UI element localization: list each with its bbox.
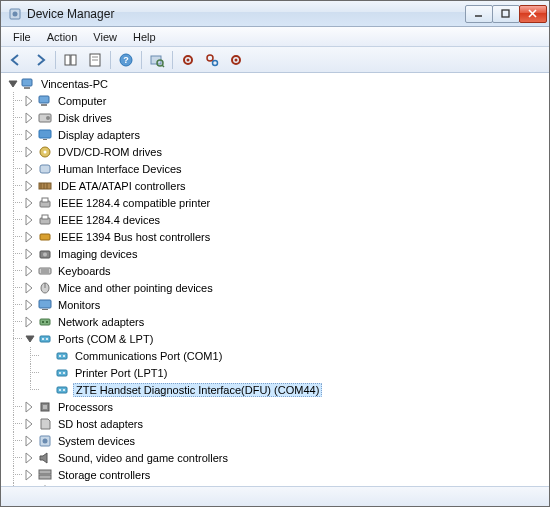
disable-button[interactable]	[225, 49, 247, 71]
menu-help[interactable]: Help	[125, 29, 164, 45]
tree-item-label: System devices	[56, 435, 137, 447]
tree-item[interactable]: IDE ATA/ATAPI controllers	[24, 177, 549, 194]
tree-item[interactable]: ZTE Handset Diagnostic Interface(DFU) (C…	[41, 381, 549, 398]
menu-action[interactable]: Action	[39, 29, 86, 45]
tree-item[interactable]: Universal Serial Bus controllers	[24, 483, 549, 486]
tree-item[interactable]: Communications Port (COM1)	[41, 347, 549, 364]
tree-item[interactable]: Mice and other pointing devices	[24, 279, 549, 296]
tree-item-label: ZTE Handset Diagnostic Interface(DFU) (C…	[73, 383, 322, 397]
toolbar-separator	[141, 51, 142, 69]
maximize-button[interactable]	[492, 5, 520, 23]
forward-button[interactable]	[29, 49, 51, 71]
scan-hardware-button[interactable]	[146, 49, 168, 71]
tree-item[interactable]: Computer	[24, 92, 549, 109]
tree-item[interactable]: IEEE 1284.4 devices	[24, 211, 549, 228]
tree-item[interactable]: Keyboards	[24, 262, 549, 279]
tree-item-label: Monitors	[56, 299, 102, 311]
tree-item-label: Sound, video and game controllers	[56, 452, 230, 464]
computer-icon	[20, 76, 36, 92]
expand-icon[interactable]	[24, 418, 36, 430]
tree-item[interactable]: SD host adapters	[24, 415, 549, 432]
monitor-icon	[37, 297, 53, 313]
expand-icon[interactable]	[24, 299, 36, 311]
expand-icon[interactable]	[24, 401, 36, 413]
expand-icon[interactable]	[24, 180, 36, 192]
tree-item[interactable]: Display adapters	[24, 126, 549, 143]
tree-item-label: IEEE 1284.4 devices	[56, 214, 162, 226]
app-icon	[7, 6, 23, 22]
expand-icon[interactable]	[24, 112, 36, 124]
tree-item-label: Mice and other pointing devices	[56, 282, 215, 294]
expand-icon[interactable]	[24, 316, 36, 328]
expand-icon[interactable]	[24, 469, 36, 481]
tree-item[interactable]: System devices	[24, 432, 549, 449]
tree-item[interactable]: IEEE 1284.4 compatible printer	[24, 194, 549, 211]
collapse-icon[interactable]	[7, 78, 19, 90]
titlebar[interactable]: Device Manager	[1, 1, 549, 27]
menu-file[interactable]: File	[5, 29, 39, 45]
network-icon	[37, 314, 53, 330]
show-hide-tree-button[interactable]	[60, 49, 82, 71]
port-icon	[54, 348, 70, 364]
tree-item[interactable]: Storage controllers	[24, 466, 549, 483]
menu-view[interactable]: View	[85, 29, 125, 45]
tree-item-label: IEEE 1394 Bus host controllers	[56, 231, 212, 243]
camera-icon	[37, 246, 53, 262]
keyboard-icon	[37, 263, 53, 279]
collapse-icon[interactable]	[24, 333, 36, 345]
expand-icon[interactable]	[24, 265, 36, 277]
port-icon	[37, 331, 53, 347]
expand-icon[interactable]	[24, 95, 36, 107]
tree-item-label: Computer	[56, 95, 108, 107]
toolbar-separator	[110, 51, 111, 69]
uninstall-button[interactable]	[201, 49, 223, 71]
expand-icon[interactable]	[24, 231, 36, 243]
update-driver-button[interactable]	[177, 49, 199, 71]
close-button[interactable]	[519, 5, 547, 23]
expand-icon[interactable]	[24, 486, 36, 487]
help-button[interactable]	[115, 49, 137, 71]
toolbar	[1, 47, 549, 73]
expand-icon[interactable]	[24, 129, 36, 141]
tree-item[interactable]: Network adapters	[24, 313, 549, 330]
tree-item-label: IEEE 1284.4 compatible printer	[56, 197, 212, 209]
disk-icon	[37, 110, 53, 126]
expand-icon[interactable]	[24, 163, 36, 175]
properties-button[interactable]	[84, 49, 106, 71]
tree-item[interactable]: DVD/CD-ROM drives	[24, 143, 549, 160]
tree-item-label: Human Interface Devices	[56, 163, 184, 175]
optical-icon	[37, 144, 53, 160]
expand-icon[interactable]	[24, 452, 36, 464]
expand-icon[interactable]	[24, 435, 36, 447]
tree-item[interactable]: Printer Port (LPT1)	[41, 364, 549, 381]
tree-item-label: Ports (COM & LPT)	[56, 333, 155, 345]
tree-item[interactable]: Sound, video and game controllers	[24, 449, 549, 466]
tree-item-label: Processors	[56, 401, 115, 413]
tree-item[interactable]: Ports (COM & LPT)	[24, 330, 549, 347]
statusbar	[1, 486, 549, 506]
hid-icon	[37, 161, 53, 177]
svg-rect-56	[502, 10, 509, 17]
tree-item[interactable]: Monitors	[24, 296, 549, 313]
tree-item[interactable]: Processors	[24, 398, 549, 415]
tree-item[interactable]: Imaging devices	[24, 245, 549, 262]
cpu-icon	[37, 399, 53, 415]
tree-item-label: Vincentas-PC	[39, 78, 110, 90]
expand-icon[interactable]	[24, 197, 36, 209]
tree-item-label: DVD/CD-ROM drives	[56, 146, 164, 158]
expand-icon[interactable]	[24, 282, 36, 294]
sd-icon	[37, 416, 53, 432]
tree-item[interactable]: Disk drives	[24, 109, 549, 126]
expand-icon[interactable]	[24, 214, 36, 226]
expand-icon[interactable]	[24, 248, 36, 260]
computer-icon	[37, 93, 53, 109]
expand-icon[interactable]	[24, 146, 36, 158]
usb-icon	[37, 484, 53, 487]
tree-item[interactable]: IEEE 1394 Bus host controllers	[24, 228, 549, 245]
tree-item[interactable]: Vincentas-PC	[7, 75, 549, 92]
device-tree[interactable]: Vincentas-PCComputerDisk drivesDisplay a…	[1, 73, 549, 486]
device-manager-window: Device Manager File Action View Help	[0, 0, 550, 507]
back-button[interactable]	[5, 49, 27, 71]
tree-item[interactable]: Human Interface Devices	[24, 160, 549, 177]
minimize-button[interactable]	[465, 5, 493, 23]
